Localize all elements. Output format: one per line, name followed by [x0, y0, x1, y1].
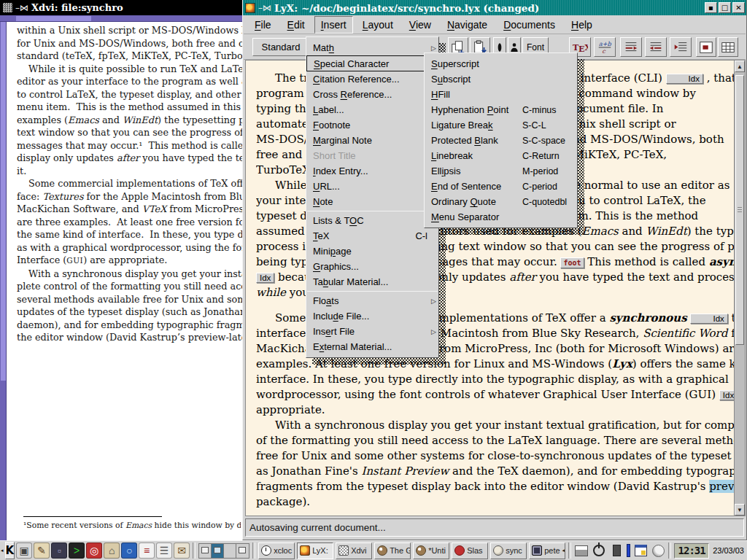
panel-hide-left-button[interactable]: ◂ — [1, 542, 4, 559]
menu-item-linebreak[interactable]: LinebreakC-Return — [425, 148, 577, 163]
menu-item-ordinary-quote[interactable]: Ordinary QuoteC-quotedbl — [425, 194, 577, 209]
lcd-clock[interactable]: 12:31 — [674, 543, 709, 559]
layout-combo[interactable]: Standard — [252, 38, 309, 56]
menubar-item-view[interactable]: View — [403, 16, 438, 34]
monitor-icon[interactable]: ▫ — [51, 542, 67, 559]
task-button-pete[interactable]: pete◀ — [529, 542, 565, 559]
depth-right-button[interactable] — [645, 37, 667, 57]
math-mode-button[interactable]: a+bc — [594, 37, 616, 57]
terminal-icon[interactable]: > — [69, 542, 85, 559]
minimize-button[interactable]: ▪ — [705, 2, 717, 13]
menu-item-special-character[interactable]: Special Character▷ — [306, 55, 438, 71]
printer-icon[interactable] — [574, 543, 589, 558]
task-button-xdvi[interactable]: Xdvi — [336, 542, 372, 559]
menu-item-index-entry[interactable]: Index Entry... — [306, 163, 438, 179]
scroll-up-arrow[interactable]: ▲ — [735, 61, 745, 72]
menubar-item-file[interactable]: File — [248, 16, 278, 34]
menu-item-hfill[interactable]: HFill — [425, 87, 577, 102]
menu-item-marginal-note[interactable]: Marginal Note — [306, 133, 438, 148]
inset-button-idx[interactable]: Idx — [666, 74, 703, 84]
power-icon[interactable] — [592, 543, 606, 558]
menu-item-menu-separator[interactable]: Menu Separator — [425, 209, 577, 225]
menu-item-label[interactable]: Label... — [306, 102, 438, 117]
pager-desktop-4[interactable] — [236, 544, 249, 558]
depth-left-button[interactable] — [620, 37, 642, 57]
menu-item-protected-blank[interactable]: Protected BlankS-C-space — [425, 133, 577, 148]
menu-item-subscript[interactable]: Subscript — [425, 71, 577, 87]
clipboard-pen-icon[interactable]: ✎ — [34, 542, 50, 559]
pager-desktop-2[interactable] — [212, 544, 224, 558]
scroll-down-arrow[interactable]: ▼ — [735, 504, 745, 516]
news-docs-icon[interactable]: ≡ — [139, 542, 155, 559]
lyx-scroll-thumb[interactable] — [735, 75, 744, 345]
xdvi-vertical-scrollbar[interactable] — [0, 22, 7, 540]
menu-item-hyphenation-point[interactable]: Hyphenation PointC-minus — [425, 102, 577, 117]
window-menu-icon[interactable]: –⋈ — [258, 3, 271, 13]
text-line: it. — [17, 165, 242, 178]
menubar-item-layout[interactable]: Layout — [356, 16, 400, 34]
menu-item-cross-reference[interactable]: Cross Reference... — [306, 87, 438, 102]
globe-icon[interactable]: ○ — [121, 542, 137, 559]
menu-item-include-file[interactable]: Include File... — [306, 308, 438, 324]
text-line: wordprocessor, using the font controls o… — [256, 387, 736, 402]
figure-button[interactable] — [696, 37, 716, 57]
klipper-icon[interactable] — [609, 543, 624, 558]
inset-button-idx[interactable]: Idx — [256, 273, 274, 283]
table-button[interactable] — [718, 37, 738, 57]
menu-item-end-of-sentence[interactable]: End of SentenceC-period — [425, 179, 577, 194]
documents-icon[interactable]: ☰ — [156, 542, 172, 559]
window-menu-icon[interactable]: –⋈ — [15, 3, 28, 13]
task-button-the-g[interactable]: The G — [374, 542, 411, 559]
menu-item-insert-file[interactable]: Insert File▷ — [306, 324, 438, 339]
menu-item-note[interactable]: Note — [306, 194, 438, 209]
moon-icon[interactable] — [651, 543, 665, 558]
pager-desktop-1[interactable] — [199, 544, 212, 558]
task-button-unti[interactable]: *Unti — [413, 542, 449, 559]
home-icon[interactable]: ⌂ — [104, 542, 120, 559]
text-line: display only updates after you have type… — [17, 152, 242, 165]
menu-item-lists-toc[interactable]: Lists & TOC — [306, 213, 438, 228]
maximize-button[interactable]: □ — [719, 2, 731, 13]
menubar-item-help[interactable]: Help — [565, 16, 599, 34]
menu-item-math[interactable]: Math▷ — [306, 40, 438, 55]
window-list-icon[interactable]: ▣ — [16, 542, 32, 559]
menu-item-superscript[interactable]: Superscript — [425, 56, 577, 71]
menu-item-floats[interactable]: Floats▷ — [306, 293, 438, 308]
task-button-slas[interactable]: Slas — [452, 542, 488, 559]
k-menu-button[interactable]: K — [5, 542, 15, 559]
help-lifebuoy-icon[interactable]: ◎ — [86, 542, 102, 559]
inset-button-foot[interactable]: foot — [560, 257, 584, 268]
menu-item-tex[interactable]: TeXC-l — [306, 228, 438, 244]
lyx-title-bar[interactable]: –⋈ LyX: ~/doc/beginlatex/src/synchro.lyx… — [243, 0, 746, 15]
menu-item-ellipsis[interactable]: EllipsisM-period — [425, 163, 577, 179]
task-button-lyx[interactable]: LyX: — [297, 542, 333, 559]
desktop-pager[interactable] — [198, 543, 249, 559]
task-button-xcloc[interactable]: xcloc — [258, 542, 295, 559]
indent-list-button[interactable] — [670, 37, 692, 57]
calendar-icon[interactable] — [633, 543, 648, 558]
close-button[interactable]: ✕ — [732, 2, 745, 13]
menubar-item-edit[interactable]: Edit — [281, 16, 311, 34]
mail-pen-icon[interactable]: ✉ — [174, 542, 190, 559]
xdvi-horizontal-scrollbar[interactable] — [0, 15, 242, 22]
menu-item-graphics[interactable]: Graphics... — [306, 259, 438, 274]
text-line: package). — [256, 494, 736, 510]
xdvi-hscroll-thumb[interactable] — [16, 16, 91, 21]
menubar-item-insert[interactable]: Insert — [314, 16, 353, 34]
menu-item-tabular-material[interactable]: Tabular Material... — [306, 274, 438, 289]
menu-item-ligature-break[interactable]: Ligature BreakS-C-L — [425, 117, 577, 133]
xdvi-vscroll-thumb[interactable] — [1, 22, 6, 381]
menu-item-footnote[interactable]: Footnote — [306, 117, 438, 133]
menubar-item-documents[interactable]: Documents — [497, 16, 562, 34]
menubar-item-navigate[interactable]: Navigate — [441, 16, 494, 34]
task-button-sync[interactable]: sync — [490, 542, 527, 559]
pager-desktop-3[interactable] — [224, 544, 236, 558]
xdvi-title-bar[interactable]: –⋈ Xdvi: file:synchro — [0, 0, 242, 15]
text-line: menu item. This is the method assumed in… — [17, 101, 242, 114]
lyx-vertical-scrollbar[interactable]: ▲ ▼ — [734, 60, 746, 516]
menu-item-citation-reference[interactable]: Citation Reference... — [306, 71, 438, 87]
menu-item-external-material[interactable]: External Material... — [306, 339, 438, 354]
menu-item-url[interactable]: URL... — [306, 179, 438, 194]
menu-item-minipage[interactable]: Minipage — [306, 244, 438, 259]
inset-button-idx[interactable]: Idx — [690, 314, 727, 324]
